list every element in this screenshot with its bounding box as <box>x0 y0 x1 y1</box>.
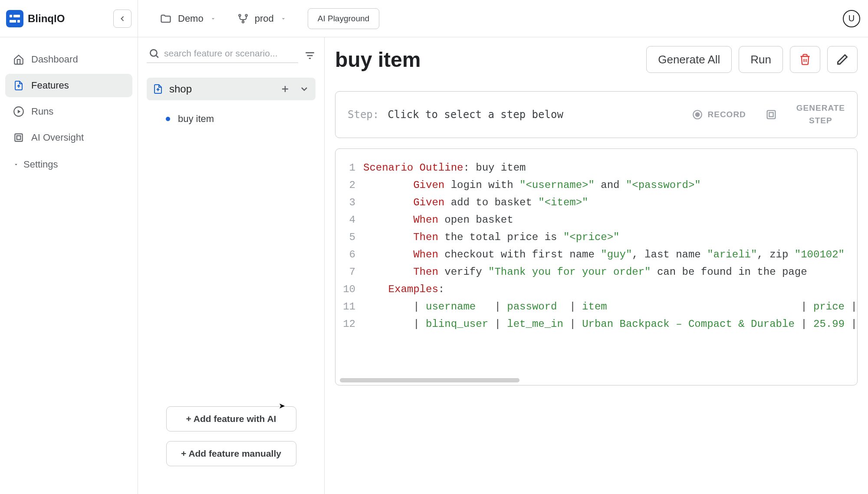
plus-icon <box>280 84 290 94</box>
env-label: prod <box>255 13 274 24</box>
code-line[interactable]: 5 Then the total price is "<price>" <box>340 229 857 246</box>
svg-point-1 <box>245 14 247 16</box>
code-content: When checkout with first name "guy", las… <box>363 246 845 263</box>
record-button[interactable]: RECORD <box>692 109 746 120</box>
brand-area: BlinqIO <box>0 0 138 37</box>
code-content: Given login with "<username>" and "<pass… <box>363 177 701 194</box>
editor-panel: buy item Generate All Run Step: Click to… <box>325 37 868 494</box>
sidebar: Dashboard Features Runs AI Oversight Set… <box>0 37 138 494</box>
add-buttons: + Add feature with AI + Add feature manu… <box>147 406 316 466</box>
svg-rect-5 <box>15 134 22 141</box>
code-line[interactable]: 7 Then verify "Thank you for your order"… <box>340 263 857 281</box>
avatar[interactable]: U <box>843 10 860 27</box>
line-number: 12 <box>340 316 363 333</box>
run-button[interactable]: Run <box>739 46 783 73</box>
feature-header[interactable]: shop <box>147 78 316 100</box>
search-icon <box>148 48 160 59</box>
code-line[interactable]: 3 Given add to basket "<item>" <box>340 194 857 211</box>
sidebar-item-label: Runs <box>31 106 53 117</box>
sidebar-item-label: AI Oversight <box>31 132 84 143</box>
generate-all-button[interactable]: Generate All <box>646 46 732 73</box>
status-dot-icon <box>166 117 170 121</box>
svg-marker-4 <box>18 110 21 114</box>
caret-down-icon <box>13 161 19 168</box>
file-icon <box>153 83 163 95</box>
editor-header: buy item Generate All Run <box>335 46 858 73</box>
horizontal-scrollbar[interactable] <box>340 378 519 382</box>
line-number: 1 <box>340 159 363 177</box>
generate-step-icon <box>765 109 777 121</box>
feature-name: shop <box>169 83 274 95</box>
ai-playground-button[interactable]: AI Playground <box>308 8 379 29</box>
code-content: Scenario Outline: buy item <box>363 159 526 177</box>
sidebar-item-settings[interactable]: Settings <box>5 154 132 175</box>
line-number: 2 <box>340 177 363 194</box>
scenario-item-label: buy item <box>178 113 214 125</box>
code-line[interactable]: 4 When open basket <box>340 211 857 229</box>
code-editor[interactable]: 1Scenario Outline: buy item2 Given login… <box>335 148 858 385</box>
code-content: | username | password | item | price | <box>363 298 857 316</box>
chevron-left-icon <box>118 14 127 23</box>
sidebar-item-label: Dashboard <box>31 54 78 65</box>
scenario-item[interactable]: buy item <box>147 108 316 130</box>
line-number: 10 <box>340 281 363 298</box>
expand-feature-button[interactable] <box>299 84 309 94</box>
step-hint[interactable]: Click to select a step below <box>388 109 683 121</box>
chevron-down-icon <box>299 84 309 94</box>
svg-rect-18 <box>767 111 775 119</box>
code-line[interactable]: 12 | blinq_user | let_me_in | Urban Back… <box>340 316 857 333</box>
code-content: Then the total price is "<price>" <box>363 229 620 246</box>
code-content: Then verify "Thank you for your order" c… <box>363 263 807 281</box>
code-content: | blinq_user | let_me_in | Urban Backpac… <box>363 316 857 333</box>
avatar-initial: U <box>848 13 855 23</box>
project-selector[interactable]: Demo <box>160 13 217 25</box>
env-selector[interactable]: prod <box>237 13 287 24</box>
code-content: Examples: <box>363 281 444 298</box>
play-circle-icon <box>13 106 24 117</box>
add-scenario-button[interactable] <box>280 84 290 94</box>
line-number: 6 <box>340 246 363 263</box>
topbar: BlinqIO Demo prod AI Playground U <box>0 0 868 37</box>
sidebar-item-dashboard[interactable]: Dashboard <box>5 48 132 71</box>
add-feature-ai-button[interactable]: + Add feature with AI <box>166 406 296 431</box>
brand[interactable]: BlinqIO <box>6 10 65 27</box>
trash-icon <box>799 53 811 66</box>
delete-button[interactable] <box>790 46 820 73</box>
line-number: 5 <box>340 229 363 246</box>
svg-line-8 <box>156 56 158 58</box>
code-line[interactable]: 10 Examples: <box>340 281 857 298</box>
sidebar-item-label: Settings <box>23 159 58 170</box>
branch-icon <box>237 13 249 24</box>
code-line[interactable]: 11 | username | password | item | price … <box>340 298 857 316</box>
svg-point-2 <box>242 21 244 23</box>
oversight-icon <box>13 132 24 143</box>
folder-icon <box>160 13 172 25</box>
line-number: 11 <box>340 298 363 316</box>
topbar-controls: Demo prod AI Playground U <box>138 8 868 29</box>
filter-button[interactable] <box>304 50 316 61</box>
code-line[interactable]: 6 When checkout with first name "guy", l… <box>340 246 857 263</box>
svg-point-0 <box>239 14 240 16</box>
code-line[interactable]: 1Scenario Outline: buy item <box>340 159 857 177</box>
add-feature-manual-button[interactable]: + Add feature manually <box>166 441 296 466</box>
code-content: Given add to basket "<item>" <box>363 194 589 211</box>
collapse-sidebar-button[interactable] <box>113 10 132 28</box>
sidebar-item-ai-oversight[interactable]: AI Oversight <box>5 126 132 149</box>
sidebar-item-features[interactable]: Features <box>5 74 132 97</box>
project-label: Demo <box>178 13 204 24</box>
main-layout: Dashboard Features Runs AI Oversight Set… <box>0 37 868 494</box>
generate-step-button[interactable]: GENERATE STEP <box>796 102 845 126</box>
filter-icon <box>304 50 316 61</box>
sidebar-item-label: Features <box>31 80 69 91</box>
search-wrap <box>147 48 298 63</box>
sidebar-item-runs[interactable]: Runs <box>5 100 132 123</box>
brand-name: BlinqIO <box>28 13 65 25</box>
chevron-down-icon <box>210 15 217 22</box>
code-line[interactable]: 2 Given login with "<username>" and "<pa… <box>340 177 857 194</box>
file-icon <box>13 80 24 91</box>
code-content: When open basket <box>363 211 513 229</box>
svg-point-7 <box>150 49 157 56</box>
edit-button[interactable] <box>827 46 858 73</box>
search-input[interactable] <box>164 48 296 59</box>
svg-rect-6 <box>17 136 21 140</box>
